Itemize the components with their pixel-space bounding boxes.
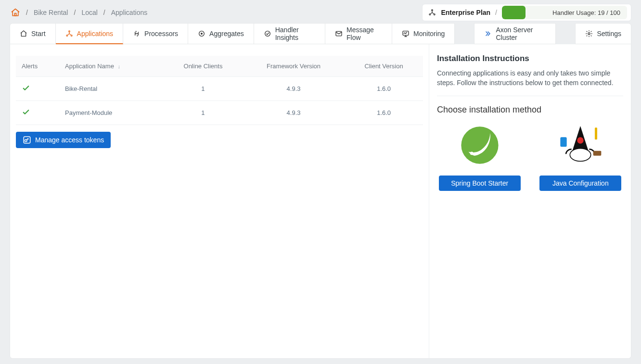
- tab-label: Processors: [144, 30, 178, 38]
- svg-rect-21: [593, 151, 602, 155]
- svg-point-12: [588, 33, 590, 35]
- tab-label: Monitoring: [413, 30, 445, 38]
- monitoring-icon: [402, 30, 410, 38]
- breadcrumb-separator: /: [74, 9, 76, 16]
- online-clients: 1: [164, 77, 243, 101]
- tab-label: Start: [31, 30, 46, 38]
- svg-point-5: [66, 35, 68, 36]
- svg-point-8: [201, 33, 203, 35]
- manage-access-tokens-button[interactable]: Manage access tokens: [16, 132, 111, 148]
- table-header-row: Alerts Application Name ↓ Online Clients…: [16, 56, 423, 77]
- network-icon: [428, 9, 436, 16]
- key-icon: [23, 136, 31, 144]
- svg-point-3: [434, 14, 436, 15]
- check-ok-icon: [22, 87, 30, 94]
- breadcrumb-item-2[interactable]: Local: [81, 9, 97, 16]
- client-version: 1.6.0: [345, 101, 423, 125]
- spring-boot-starter-button[interactable]: Spring Boot Starter: [439, 176, 521, 191]
- framework-version: 4.9.3: [243, 77, 345, 101]
- plan-separator: /: [495, 9, 497, 16]
- svg-point-6: [71, 35, 72, 36]
- tab-axon-server-cluster[interactable]: Axon Server Cluster: [474, 23, 556, 44]
- tab-handler-insights[interactable]: Handler Insights: [254, 23, 325, 44]
- gear-icon: [585, 30, 593, 38]
- tabbar: Start Applications Processors Aggregates…: [10, 23, 631, 44]
- message-flow-icon: [335, 30, 343, 38]
- plan-chip: Enterprise Plan / Handler Usage: 19 / 10…: [422, 4, 631, 21]
- breadcrumb-separator: /: [103, 9, 105, 16]
- svg-point-2: [429, 14, 431, 15]
- home-icon: [20, 30, 27, 38]
- method-java: Java Configuration: [539, 124, 621, 191]
- tab-start[interactable]: Start: [10, 23, 56, 44]
- svg-rect-19: [561, 137, 567, 147]
- breadcrumb-item-1[interactable]: Bike Rental: [34, 9, 68, 16]
- installation-methods: Spring Boot Starter Java Configur: [437, 124, 623, 191]
- tab-applications[interactable]: Applications: [56, 23, 124, 44]
- installation-instructions-panel: Installation Instructions Connecting app…: [429, 44, 631, 358]
- sort-arrow-down-icon: ↓: [118, 63, 121, 69]
- col-client-version[interactable]: Client Version: [345, 56, 423, 77]
- usage-label: Handler Usage: 19 / 100: [552, 9, 620, 16]
- table-row[interactable]: Payment-Module 1 4.9.3 1.6.0: [16, 101, 423, 125]
- breadcrumb: / Bike Rental / Local / Applications: [11, 8, 147, 17]
- framework-version: 4.9.3: [243, 101, 345, 125]
- processors-icon: [133, 30, 141, 38]
- applications-table: Alerts Application Name ↓ Online Clients…: [16, 56, 423, 125]
- svg-rect-20: [595, 127, 597, 139]
- aggregates-icon: [198, 30, 205, 38]
- client-version: 1.6.0: [345, 77, 423, 101]
- tab-label: Handler Insights: [275, 26, 315, 41]
- tab-spacer: [556, 23, 575, 44]
- tab-label: Axon Server Cluster: [496, 26, 546, 41]
- choose-method-heading: Choose installation method: [437, 105, 623, 115]
- divider: [437, 96, 623, 96]
- tab-label: Aggregates: [209, 30, 244, 38]
- svg-point-16: [470, 151, 473, 155]
- col-online-clients[interactable]: Online Clients: [164, 56, 243, 77]
- handler-usage[interactable]: Handler Usage: 19 / 100: [502, 6, 627, 19]
- alert-status: [16, 101, 59, 125]
- tab-message-flow[interactable]: Message Flow: [325, 23, 392, 44]
- svg-point-18: [577, 137, 584, 143]
- svg-point-17: [570, 148, 591, 161]
- tab-monitoring[interactable]: Monitoring: [392, 23, 455, 44]
- main-panel: Alerts Application Name ↓ Online Clients…: [10, 44, 631, 359]
- button-label: Manage access tokens: [35, 136, 104, 144]
- tab-settings[interactable]: Settings: [575, 23, 631, 44]
- tab-label: Settings: [597, 30, 621, 38]
- svg-point-1: [432, 10, 433, 11]
- panel-title: Installation Instructions: [437, 54, 623, 63]
- cluster-icon: [484, 30, 492, 38]
- applications-icon: [65, 30, 73, 38]
- col-label: Application Name: [65, 63, 114, 70]
- tab-label: Message Flow: [346, 26, 382, 41]
- check-ok-icon: [22, 111, 30, 118]
- alert-status: [16, 77, 59, 101]
- java-duke-icon: [556, 124, 604, 167]
- svg-rect-0: [14, 13, 16, 16]
- panel-description: Connecting applications is easy and only…: [437, 68, 623, 88]
- app-name: Bike-Rental: [59, 77, 164, 101]
- topbar: / Bike Rental / Local / Applications Ent…: [0, 0, 641, 23]
- breadcrumb-item-3[interactable]: Applications: [111, 9, 148, 16]
- usage-bar-fill: [502, 6, 526, 19]
- tab-spacer: [455, 23, 474, 44]
- plan-label: Enterprise Plan: [441, 9, 490, 16]
- tab-label: Applications: [77, 30, 114, 38]
- svg-point-15: [461, 126, 498, 163]
- applications-panel: Alerts Application Name ↓ Online Clients…: [10, 44, 429, 358]
- online-clients: 1: [164, 101, 243, 125]
- col-framework-version[interactable]: Framework Version: [243, 56, 345, 77]
- svg-point-9: [265, 31, 270, 37]
- svg-point-4: [68, 31, 70, 32]
- home-icon[interactable]: [11, 8, 20, 17]
- app-name: Payment-Module: [59, 101, 164, 125]
- col-alerts[interactable]: Alerts: [16, 56, 59, 77]
- table-row[interactable]: Bike-Rental 1 4.9.3 1.6.0: [16, 77, 423, 101]
- tab-aggregates[interactable]: Aggregates: [188, 23, 254, 44]
- java-configuration-button[interactable]: Java Configuration: [539, 176, 621, 191]
- tab-processors[interactable]: Processors: [123, 23, 188, 44]
- col-application-name[interactable]: Application Name ↓: [59, 56, 164, 77]
- breadcrumb-separator: /: [26, 9, 28, 16]
